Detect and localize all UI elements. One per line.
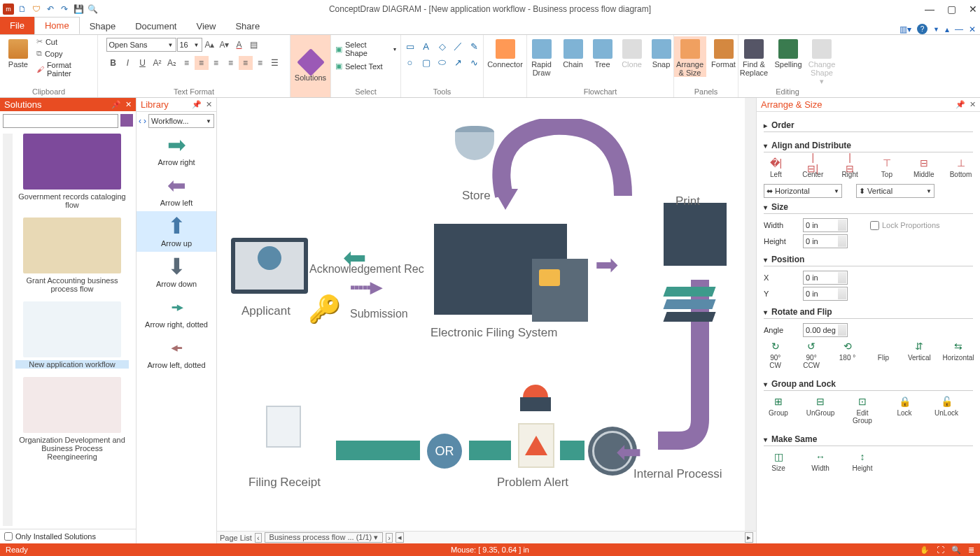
format-painter-button[interactable]: 🖌Format Painter bbox=[35, 60, 93, 78]
maximize-button[interactable]: ▢ bbox=[947, 3, 956, 15]
library-selector[interactable]: Workflow...▼ bbox=[148, 114, 214, 128]
solutions-search-input[interactable] bbox=[3, 114, 118, 128]
align-middle-button[interactable]: ⊟Middle bbox=[911, 157, 936, 178]
rotate-cw-button[interactable]: ↻90° CW bbox=[764, 340, 787, 369]
share-tab[interactable]: Share bbox=[225, 18, 270, 34]
rotate-ccw-button[interactable]: ↺90° CCW bbox=[799, 340, 822, 369]
italic-icon[interactable]: I bbox=[121, 56, 135, 70]
arrange-size-button[interactable]: Arrange & Size bbox=[674, 36, 706, 77]
grow-font-icon[interactable]: A▴ bbox=[203, 38, 217, 52]
section-group[interactable]: Group and Lock bbox=[764, 375, 973, 391]
change-shape-button[interactable]: Change Shape▾ bbox=[806, 36, 837, 85]
undo-icon[interactable]: ↶ bbox=[45, 3, 56, 15]
y-input[interactable]: 0 in bbox=[803, 287, 848, 301]
library-item[interactable]: ▪▪▪▪▶Arrow right, dotted bbox=[136, 292, 216, 333]
solution-item[interactable]: Government records cataloging flow bbox=[15, 134, 129, 209]
save-icon[interactable]: 💾 bbox=[73, 3, 84, 15]
find-replace-button[interactable]: Find & Replace bbox=[738, 36, 770, 77]
fontsize-input[interactable]: 16▼ bbox=[177, 38, 202, 52]
fit-icon[interactable]: ⛶ bbox=[937, 546, 944, 555]
same-height-button[interactable]: ↕Height bbox=[848, 450, 877, 472]
section-align[interactable]: Align and Distribute bbox=[764, 136, 973, 152]
new-icon[interactable]: 🗋 bbox=[17, 3, 28, 15]
valign-top-icon[interactable]: ≡ bbox=[224, 56, 238, 70]
font-color-icon[interactable]: A bbox=[232, 38, 246, 52]
restore-icon[interactable]: — bbox=[955, 24, 963, 34]
connector-button[interactable]: Connector bbox=[490, 36, 521, 69]
help-icon[interactable]: ? bbox=[917, 24, 927, 34]
height-input[interactable]: 0 in bbox=[803, 234, 848, 248]
minimize-button[interactable]: — bbox=[925, 3, 934, 15]
lock-prop-checkbox[interactable] bbox=[870, 221, 879, 230]
shrink-font-icon[interactable]: A▾ bbox=[218, 38, 232, 52]
close2-icon[interactable]: ✕ bbox=[969, 24, 976, 34]
flip-v-button[interactable]: ⇵Vertical bbox=[908, 340, 931, 369]
collapse-ribbon-icon[interactable]: ▴ bbox=[945, 24, 949, 34]
solutions-button[interactable]: Solutions bbox=[290, 35, 330, 97]
pin-icon[interactable]: 📌 bbox=[192, 100, 202, 109]
section-order[interactable]: Order bbox=[764, 116, 973, 132]
section-size[interactable]: Size bbox=[764, 198, 973, 214]
paste-button[interactable]: Paste bbox=[4, 36, 32, 69]
width-input[interactable]: 0 in bbox=[803, 218, 848, 232]
close-icon[interactable]: ✕ bbox=[206, 100, 212, 109]
library-item[interactable]: ◀▪▪▪▪Arrow left, dotted bbox=[136, 333, 216, 373]
format-button[interactable]: Format bbox=[709, 36, 738, 69]
subscript-icon[interactable]: A₂ bbox=[165, 56, 179, 70]
align-top-button[interactable]: ⊤Top bbox=[874, 157, 899, 178]
lib-prev-icon[interactable]: ‹ bbox=[139, 116, 141, 126]
canvas[interactable]: Store Print Applicant Electronic Filing … bbox=[217, 98, 756, 543]
home-tab[interactable]: Home bbox=[34, 17, 80, 34]
panel-toggle-icon[interactable]: ▥▾ bbox=[899, 24, 911, 34]
clone-button[interactable]: Clone bbox=[619, 36, 645, 69]
editgroup-button[interactable]: ⊡Edit Group bbox=[848, 395, 877, 425]
redo-icon[interactable]: ↷ bbox=[59, 3, 70, 15]
group-button[interactable]: ⊞Group bbox=[764, 395, 793, 425]
section-rotate[interactable]: Rotate and Flip bbox=[764, 303, 973, 319]
same-size-button[interactable]: ◫Size bbox=[764, 450, 793, 472]
tree-button[interactable]: Tree bbox=[589, 36, 616, 69]
same-width-button[interactable]: ↔Width bbox=[806, 450, 835, 472]
ungroup-button[interactable]: ⊟UnGroup bbox=[806, 395, 835, 425]
rapid-draw-button[interactable]: Rapid Draw bbox=[526, 36, 557, 77]
lock-button[interactable]: 🔒Lock bbox=[890, 395, 919, 425]
tools-grid[interactable]: ▭A◇／✎ ○▢⬭↗∿ bbox=[403, 39, 482, 69]
superscript-icon[interactable]: A² bbox=[150, 56, 164, 70]
unlock-button[interactable]: 🔓UnLock bbox=[932, 395, 961, 425]
valign-mid-icon[interactable]: ≡ bbox=[239, 56, 253, 70]
bold-icon[interactable]: B bbox=[106, 56, 120, 70]
align-left-button[interactable]: �|Left bbox=[764, 157, 788, 178]
highlight-icon[interactable]: ▤ bbox=[247, 38, 261, 52]
view-tab[interactable]: View bbox=[186, 18, 225, 34]
underline-icon[interactable]: U bbox=[136, 56, 150, 70]
solution-item[interactable]: Grant Accounting business process flow bbox=[15, 218, 129, 293]
chain-button[interactable]: Chain bbox=[560, 36, 587, 69]
close-icon[interactable]: ✕ bbox=[125, 100, 132, 109]
vscrollbar[interactable] bbox=[745, 98, 756, 531]
close-icon[interactable]: ✕ bbox=[969, 100, 976, 109]
chevron-down-icon[interactable]: ▼ bbox=[933, 26, 939, 33]
preview-icon[interactable]: 🔍 bbox=[87, 3, 98, 15]
align-center-icon[interactable]: ≡ bbox=[195, 56, 209, 70]
align-bottom-button[interactable]: ⊥Bottom bbox=[948, 157, 973, 178]
shape-tab[interactable]: Shape bbox=[80, 18, 126, 34]
font-select[interactable]: Open Sans▼ bbox=[106, 38, 176, 52]
library-item[interactable]: ⬅Arrow left bbox=[136, 171, 216, 211]
document-tab[interactable]: Document bbox=[125, 18, 186, 34]
pin-icon[interactable]: 📌 bbox=[111, 100, 121, 109]
lib-next-icon[interactable]: › bbox=[144, 116, 146, 126]
only-installed-checkbox[interactable] bbox=[4, 532, 13, 541]
rotate-180-button[interactable]: ⟲180 ° bbox=[836, 340, 859, 369]
align-right-icon[interactable]: ≡ bbox=[209, 56, 223, 70]
select-text-button[interactable]: ▣Select Text bbox=[335, 62, 383, 71]
close-button[interactable]: ✕ bbox=[969, 3, 977, 15]
align-right-button[interactable]: | ⊟Right bbox=[838, 157, 862, 178]
library-item[interactable]: ➡Arrow right bbox=[136, 130, 216, 171]
valign-bot-icon[interactable]: ≡ bbox=[253, 56, 267, 70]
pin-icon[interactable]: 📌 bbox=[955, 100, 965, 109]
cut-button[interactable]: ✂Cut bbox=[35, 36, 93, 47]
copy-button[interactable]: ⧉Copy bbox=[35, 48, 93, 59]
distribute-v-select[interactable]: ⬍ Vertical▼ bbox=[856, 184, 934, 198]
select-shape-button[interactable]: ▣Select Shape▾ bbox=[335, 41, 396, 57]
flip-h-button[interactable]: ⇆Horizontal bbox=[944, 340, 973, 369]
